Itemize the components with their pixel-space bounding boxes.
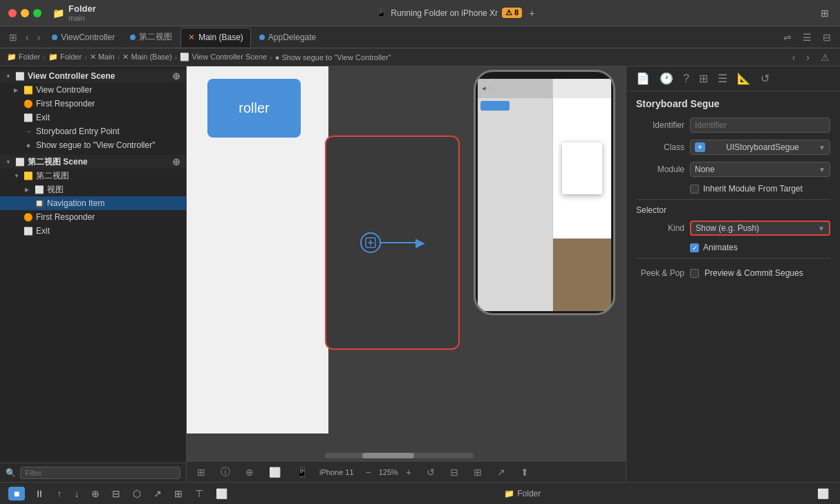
bt-arrow-btn[interactable]: ↗ — [151, 487, 165, 501]
field-dropdown-class[interactable]: + UIStoryboardSegue ▼ — [690, 140, 830, 155]
selector-section-label: Selector — [636, 205, 830, 215]
tab-secondview[interactable]: 第二视图 — [123, 28, 179, 47]
canvas-scrollbar-thumb — [362, 453, 414, 458]
scene-header-vc[interactable]: ▼ ⬜ View Controller Scene ⊕ — [0, 69, 186, 83]
zoom-out-btn[interactable]: − — [362, 465, 375, 479]
panel-toggle-btn[interactable]: ⊞ — [818, 6, 832, 20]
zoom-in-btn[interactable]: + — [402, 465, 415, 479]
canvas-refresh-btn[interactable]: ↺ — [423, 465, 438, 479]
inspector-refresh-btn[interactable]: ↺ — [758, 71, 772, 86]
bt-add-btn[interactable]: ⊕ — [88, 487, 102, 501]
bt-down-btn[interactable]: ↓ — [71, 487, 82, 501]
tree-item-entry[interactable]: → Storyboard Entry Point — [0, 124, 186, 138]
list-view-btn[interactable]: ☰ — [799, 30, 815, 44]
bc-warn-btn[interactable]: ⚠ — [817, 50, 833, 64]
inspector-file-btn[interactable]: 📄 — [633, 71, 653, 86]
tree-item-fr1[interactable]: 🟠 First Responder — [0, 97, 186, 111]
project-sub: main — [68, 14, 96, 22]
bc-item-3[interactable]: ✕ Main (Base) — [122, 53, 171, 62]
close-window-btn[interactable] — [8, 9, 17, 17]
inspector-grid-btn[interactable]: ⊞ — [696, 71, 711, 86]
tab-appdelegate[interactable]: AppDelegate — [252, 28, 323, 47]
bt-active-btn[interactable]: ■ — [8, 487, 25, 501]
bc-item-5[interactable]: ● Show segue to "View Controller" — [275, 53, 391, 62]
split-editor-btn[interactable]: ⇌ — [780, 30, 795, 44]
project-icon: 📁 — [53, 8, 64, 19]
warning-badge[interactable]: ⚠ 8 — [502, 8, 522, 18]
editor-options-btn[interactable]: ⊟ — [819, 30, 834, 44]
bc-item-1[interactable]: 📁 Folder — [48, 53, 82, 62]
tab-dot-vc — [52, 35, 57, 40]
canvas-share-btn[interactable]: ⬆ — [517, 465, 532, 479]
tree-item-exit2[interactable]: ⬜ Exit — [0, 224, 186, 238]
field-class: Class + UIStoryboardSegue ▼ — [636, 140, 830, 155]
tab-viewcontroller[interactable]: ViewController — [45, 28, 122, 47]
bt-copy-btn[interactable]: ⊟ — [109, 487, 123, 501]
add-build-target-btn[interactable]: + — [526, 6, 537, 20]
vc-node-label: View Controller — [36, 85, 92, 95]
preview-checkbox[interactable] — [690, 269, 699, 278]
canvas-area[interactable]: roller ▶ — [187, 66, 626, 461]
scene-add-btn-vc[interactable]: ⊕ — [172, 71, 180, 82]
field-dropdown-module[interactable]: None ▼ — [690, 162, 830, 177]
tab-dot-sv — [130, 35, 136, 40]
bt-split-btn[interactable]: ⊤ — [192, 487, 206, 501]
maximize-window-btn[interactable] — [33, 9, 41, 17]
canvas-export-btn[interactable]: ↗ — [494, 465, 509, 479]
tree-item-exit1[interactable]: ⬜ Exit — [0, 111, 186, 124]
bc-item-2[interactable]: ✕ Main — [90, 53, 115, 62]
canvas-add-btn[interactable]: ⊕ — [242, 465, 257, 479]
grid-view-btn[interactable]: ⊞ — [6, 30, 21, 44]
tree-item-navitem[interactable]: 🔲 Navigation Item — [0, 196, 186, 210]
tree-item-view1[interactable]: ▶ ⬜ 视图 — [0, 183, 186, 196]
canvas-settings-btn[interactable]: ⊞ — [194, 465, 209, 479]
bt-pause-btn[interactable]: ⏸ — [32, 487, 47, 501]
tab-label-ad: AppDelegate — [268, 32, 316, 42]
canvas-frame-btn[interactable]: ⬜ — [265, 465, 284, 479]
triangle-sv: ▼ — [6, 159, 12, 165]
inspector-clock-btn[interactable]: 🕐 — [657, 71, 676, 86]
inspector-ruler-btn[interactable]: 📐 — [734, 71, 754, 86]
bc-prev-btn[interactable]: ‹ — [789, 50, 799, 64]
canvas-info-btn[interactable]: ⓘ — [217, 465, 234, 480]
scene-add-btn-sv[interactable]: ⊕ — [172, 156, 180, 167]
minimize-window-btn[interactable] — [21, 9, 29, 17]
tree-item-sv[interactable]: ▼ 🟨 第二视图 — [0, 169, 186, 183]
inspector-help-btn[interactable]: ? — [680, 71, 692, 86]
scene-header-sv[interactable]: ▼ ⬜ 第二视图 Scene ⊕ — [0, 155, 186, 169]
phone-brown-section — [553, 239, 611, 311]
bt-expand-btn[interactable]: ⬜ — [814, 487, 832, 501]
tab-dot-ad — [259, 35, 265, 40]
module-dropdown-arrow: ▼ — [819, 166, 825, 174]
tab-main[interactable]: ✕ Main (Base) — [180, 28, 251, 47]
tree-item-segue1[interactable]: ● Show segue to "View Controller" — [0, 138, 186, 152]
canvas-scrollbar[interactable] — [325, 453, 474, 458]
bc-next-btn[interactable]: › — [803, 50, 813, 64]
nav-forward-btn[interactable]: › — [34, 30, 44, 44]
field-input-identifier[interactable] — [690, 118, 830, 133]
segue1-icon: ● — [24, 141, 33, 149]
canvas-resize-btn[interactable]: ⊞ — [470, 465, 485, 479]
field-dropdown-kind[interactable]: Show (e.g. Push) ▼ — [690, 221, 830, 236]
bc-item-0[interactable]: 📁 Folder — [7, 53, 40, 62]
project-name-group: Folder main — [68, 3, 96, 22]
bc-sep-4: › — [270, 53, 272, 62]
bc-item-4[interactable]: ⬜ View Controller Scene — [180, 53, 267, 62]
bt-sim-btn[interactable]: ⬜ — [213, 487, 230, 501]
bt-up-btn[interactable]: ↑ — [54, 487, 64, 501]
canvas-device-icon[interactable]: 📱 — [292, 465, 311, 479]
class-dropdown-arrow: ▼ — [819, 144, 825, 151]
inherit-label: Inherit Module From Target — [703, 184, 803, 194]
tab-label-main: Main (Base) — [198, 32, 243, 42]
inspector-list-btn[interactable]: ☰ — [715, 71, 730, 86]
bt-link-btn[interactable]: ⬡ — [130, 487, 144, 501]
tree-item-vc[interactable]: ▶ 🟨 View Controller — [0, 83, 186, 97]
filter-input[interactable] — [20, 467, 180, 479]
bt-grid-btn[interactable]: ⊞ — [171, 487, 185, 501]
animates-checkbox[interactable]: ✓ — [690, 243, 699, 252]
segue-box[interactable]: ▶ — [325, 136, 460, 350]
tree-item-fr2[interactable]: 🟠 First Responder — [0, 210, 186, 224]
inherit-checkbox[interactable] — [690, 185, 699, 194]
canvas-layout-btn[interactable]: ⊟ — [447, 465, 462, 479]
nav-back-btn[interactable]: ‹ — [22, 30, 32, 44]
